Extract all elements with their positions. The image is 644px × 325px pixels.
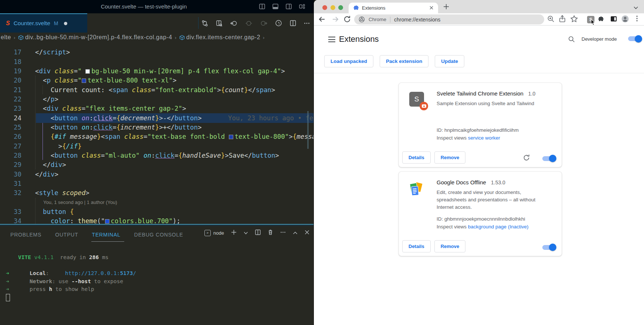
card-button-details[interactable]: Details	[402, 151, 431, 164]
color-decorator[interactable]	[229, 135, 233, 139]
back-button[interactable]	[318, 15, 326, 25]
code-text: {#if message}<span class="text-base font…	[35, 132, 314, 141]
shell-label: node	[213, 230, 224, 236]
editor-scrollbar[interactable]	[307, 111, 309, 149]
code-text: <button on:click={increment}>+</button>	[35, 123, 201, 132]
customize-layout-icon[interactable]	[299, 4, 305, 9]
chrome-tab-extensions[interactable]: Extensions	[349, 3, 438, 13]
avatar[interactable]	[621, 15, 629, 24]
nav-forward-icon	[260, 20, 267, 28]
new-terminal-icon[interactable]	[231, 229, 237, 237]
extension-enabled-toggle[interactable]	[542, 156, 555, 161]
bookmark-star-icon[interactable]	[570, 15, 578, 24]
inspect-views-link[interactable]: background page (Inactive)	[468, 224, 529, 229]
line-number: 21	[0, 85, 21, 95]
zoom-window-button[interactable]	[338, 5, 343, 10]
breadcrumb-item[interactable]: div..bg-blue-50.min-w-[20rem].p-4.flex.f…	[25, 34, 172, 41]
code-line: 31	[0, 179, 314, 188]
menu-hamburger-icon[interactable]	[328, 37, 335, 42]
inspect-views-link[interactable]: service worker	[468, 135, 500, 141]
code-line: 17</script>	[0, 47, 314, 57]
active-tab-underline	[91, 241, 124, 242]
toggle-sidebar-icon[interactable]	[286, 4, 292, 9]
color-decorator[interactable]	[85, 69, 90, 74]
chrome-menu-icon[interactable]	[633, 15, 641, 24]
close-tab-icon[interactable]	[428, 5, 434, 12]
split-terminal-icon[interactable]	[255, 229, 261, 237]
search-icon[interactable]	[568, 36, 575, 44]
vscode-titlebar: Counter.svelte — test-svelte-plugin	[0, 0, 314, 13]
layout-columns-icon[interactable]	[259, 4, 265, 9]
code-line: 18	[0, 57, 314, 67]
panel-tab-problems[interactable]: PROBLEMS	[10, 229, 41, 240]
panel-more-icon[interactable]	[280, 229, 286, 237]
chevron-right-icon: ›	[14, 35, 16, 40]
extension-version: 1.53.0	[491, 180, 505, 185]
terminal-dropdown-icon[interactable]	[244, 229, 248, 236]
developer-mode-toggle[interactable]	[628, 36, 641, 41]
panel-tab-terminal[interactable]: TERMINAL	[92, 229, 121, 240]
divider	[198, 17, 199, 29]
tab-search-chevron-icon[interactable]	[633, 4, 638, 11]
action-button-pack-extension[interactable]: Pack extension	[380, 55, 428, 67]
panel-tab-output[interactable]: OUTPUT	[55, 229, 78, 240]
color-decorator[interactable]	[82, 78, 86, 83]
panel-tab-debug-console[interactable]: DEBUG CONSOLE	[134, 229, 183, 240]
forward-button[interactable]	[331, 15, 340, 25]
extension-name: Google Docs Offline1.53.0	[437, 179, 505, 186]
extension-enabled-toggle[interactable]	[542, 245, 555, 250]
git-compare-icon[interactable]	[201, 20, 208, 28]
close-panel-icon[interactable]	[305, 229, 309, 236]
breadcrumb-item[interactable]: elte	[1, 34, 11, 41]
pinned-extension-area: S	[584, 14, 608, 24]
panel: PROBLEMSOUTPUTTERMINALDEBUG CONSOLE > no…	[0, 224, 314, 325]
address-bar[interactable]: Chrome chrome://extensions	[354, 14, 544, 24]
code-text: <button class="ml-auto" on:click={handle…	[35, 151, 279, 160]
code-text: </script>	[35, 47, 70, 57]
breadcrumb-item[interactable]: div.flex.items-center.gap-2	[186, 34, 260, 41]
codelens-blame[interactable]: You, 1 second ago | 1 author (You)	[43, 198, 117, 207]
line-number: 19	[0, 66, 21, 76]
code-editor[interactable]: 17</script>1819<div class=" bg-blue-50 m…	[0, 41, 314, 224]
close-window-button[interactable]	[322, 5, 327, 10]
toggle-panel-icon[interactable]	[272, 4, 278, 9]
code-line: 32<style scoped>	[0, 188, 314, 198]
code-line: 33 button {	[0, 207, 314, 217]
maximize-panel-icon[interactable]	[293, 229, 298, 236]
split-editor-icon[interactable]	[290, 20, 296, 28]
share-icon[interactable]	[558, 15, 566, 24]
divider	[0, 225, 314, 226]
site-settings-icon[interactable]	[359, 16, 365, 23]
reload-button[interactable]	[343, 15, 352, 25]
tab-counter-svelte[interactable]: S Counter.svelte M	[0, 13, 87, 33]
action-button-update[interactable]: Update	[435, 55, 464, 67]
extension-version: 1.0	[528, 91, 535, 97]
code-line: 25 <button on:click={increment}>+</butto…	[0, 123, 314, 132]
line-number: 26	[0, 132, 21, 141]
card-button-remove[interactable]: Remove	[434, 151, 466, 164]
more-actions-icon[interactable]	[304, 20, 310, 28]
nav-back-icon[interactable]	[230, 20, 238, 28]
unsaved-dot-icon	[64, 22, 67, 25]
color-decorator[interactable]	[105, 219, 109, 224]
terminal-arrow: ➜	[6, 269, 9, 278]
reload-extension-icon[interactable]	[523, 154, 530, 163]
inspect-views: Inspect views background page (Inactive)	[437, 224, 528, 230]
card-button-remove[interactable]: Remove	[434, 240, 466, 252]
action-button-load-unpacked[interactable]: Load unpacked	[324, 55, 373, 67]
open-changes-icon[interactable]	[216, 20, 223, 28]
code-line: 19<div class=" bg-blue-50 min-w-[20rem] …	[0, 66, 314, 76]
code-line: 30</div>	[0, 170, 314, 179]
kill-terminal-icon[interactable]	[268, 229, 273, 237]
zoom-icon[interactable]	[547, 15, 555, 24]
new-tab-button[interactable]	[442, 2, 451, 13]
side-panel-icon[interactable]	[610, 15, 618, 24]
code-text: </div>	[35, 170, 58, 179]
extensions-menu-icon[interactable]	[597, 16, 605, 25]
terminal-shell-select[interactable]: > node	[204, 230, 224, 236]
minimize-window-button[interactable]	[331, 5, 335, 10]
git-modified-badge: M	[54, 20, 58, 26]
line-number: 22	[0, 94, 21, 104]
run-icon[interactable]	[275, 20, 282, 28]
card-button-details[interactable]: Details	[402, 240, 431, 252]
